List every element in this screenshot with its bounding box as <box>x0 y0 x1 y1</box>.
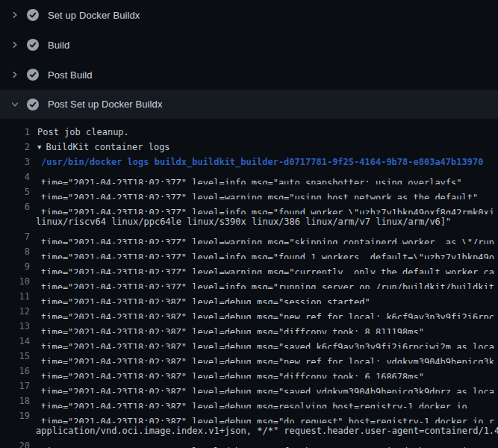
log-line: 15time="2021-04-23T18:02:38Z" level=debu… <box>0 349 498 364</box>
line-number[interactable]: 19 <box>0 408 30 423</box>
line-number[interactable]: 3 <box>0 155 30 169</box>
log-group-header[interactable]: ▼BuildKit container logs <box>30 140 498 155</box>
check-circle-icon <box>27 69 39 81</box>
log-text: time="2021-04-23T18:02:37Z" level=warnin… <box>30 259 498 274</box>
line-number[interactable]: 12 <box>0 304 30 319</box>
step-title: Post Set up Docker Buildx <box>48 99 163 110</box>
log-line: 16time="2021-04-23T18:02:38Z" level=debu… <box>0 364 498 379</box>
log-line: 19time="2021-04-23T18:02:38Z" level=debu… <box>0 408 498 423</box>
log-text: time="2021-04-23T18:02:37Z" level=info m… <box>30 274 498 289</box>
line-number[interactable]: 8 <box>0 244 30 259</box>
log-text: time="2021-04-23T18:02:38Z" level=debug … <box>30 319 498 334</box>
log-text: time="2021-04-23T18:02:38Z" level=debug … <box>30 349 498 364</box>
log-text: time="2021-04-23T18:02:37Z" level=warnin… <box>30 229 498 244</box>
log-line: 11time="2021-04-23T18:02:38Z" level=debu… <box>0 289 498 304</box>
line-number[interactable]: 2 <box>0 140 30 155</box>
triangle-expanded-icon: ▼ <box>37 140 41 155</box>
step-title: Build <box>48 40 69 51</box>
log-wrapped-text: linux/riscv64 linux/ppc64le linux/s390x … <box>30 214 498 229</box>
log-text: time="2021-04-23T18:02:37Z" level=info m… <box>30 244 498 259</box>
log-line: 10time="2021-04-23T18:02:37Z" level=info… <box>0 274 498 289</box>
log-line: 8time="2021-04-23T18:02:37Z" level=info … <box>0 244 498 259</box>
log-text: Post job cleanup. <box>30 125 498 140</box>
line-number <box>0 423 30 438</box>
actions-log-viewer: Set up Docker BuildxBuildPost BuildPost … <box>0 0 498 448</box>
line-number[interactable]: 6 <box>0 199 30 214</box>
log-wrapped-text: application/vnd.oci.image.index.v1+json,… <box>30 423 498 438</box>
log-text: time="2021-04-23T18:02:37Z" level=info m… <box>30 199 498 214</box>
step-header-set-up-docker-buildx[interactable]: Set up Docker Buildx <box>0 0 498 30</box>
step-list: Set up Docker BuildxBuildPost BuildPost … <box>0 0 498 119</box>
chevron-right-icon <box>10 69 20 80</box>
chevron-right-icon <box>10 40 20 50</box>
log-line: 5time="2021-04-23T18:02:37Z" level=warni… <box>0 184 498 199</box>
log-text: time="2021-04-23T18:02:37Z" level=info m… <box>30 169 498 184</box>
step-header-build[interactable]: Build <box>0 30 498 60</box>
step-header-post-build[interactable]: Post Build <box>0 60 498 90</box>
log-line: 18time="2021-04-23T18:02:38Z" level=debu… <box>0 393 498 408</box>
log-line: 3/usr/bin/docker logs buildx_buildkit_bu… <box>0 155 498 169</box>
log-text: time="2021-04-23T18:02:37Z" level=warnin… <box>30 184 498 199</box>
check-circle-icon <box>27 9 39 21</box>
log-text: time="2021-04-23T18:02:38Z" level=debug … <box>30 289 498 304</box>
log-text: time="2021-04-23T18:02:38Z" level=debug … <box>30 408 498 423</box>
log-command-text: /usr/bin/docker logs buildx_buildkit_bui… <box>30 155 498 169</box>
log-line: 17time="2021-04-23T18:02:38Z" level=debu… <box>0 379 498 393</box>
log-text: time="2021-04-23T18:02:38Z" level=debug … <box>30 334 498 349</box>
log-line: 7time="2021-04-23T18:02:37Z" level=warni… <box>0 229 498 244</box>
log-line: 12time="2021-04-23T18:02:38Z" level=debu… <box>0 304 498 319</box>
log-text: time="2021-04-23T18:02:38Z" level=debug … <box>30 393 498 408</box>
line-number[interactable]: 17 <box>0 379 30 393</box>
chevron-down-icon <box>10 99 20 110</box>
line-number[interactable]: 13 <box>0 319 30 334</box>
log-text: time="2021-04-23T18:02:38Z" level=debug … <box>30 379 498 393</box>
log-line: 2▼BuildKit container logs <box>0 140 498 155</box>
log-text: time="2021-04-23T18:02:38Z" level=debug … <box>30 364 498 379</box>
line-number[interactable]: 18 <box>0 393 30 408</box>
chevron-right-icon <box>10 10 20 20</box>
line-number[interactable]: 7 <box>0 229 30 244</box>
group-title: BuildKit container logs <box>46 142 169 152</box>
log-line: 14time="2021-04-23T18:02:38Z" level=debu… <box>0 334 498 349</box>
line-number[interactable]: 5 <box>0 184 30 199</box>
log-line: 4time="2021-04-23T18:02:37Z" level=info … <box>0 169 498 184</box>
log-line: 9time="2021-04-23T18:02:37Z" level=warni… <box>0 259 498 274</box>
log-text: time="2021-04-23T18:02:38Z" level=debug … <box>30 304 498 319</box>
step-title: Set up Docker Buildx <box>48 10 140 21</box>
log-output: 1Post job cleanup.2▼BuildKit container l… <box>0 119 498 448</box>
check-circle-icon <box>27 99 39 111</box>
check-circle-icon <box>27 39 39 51</box>
log-line: 6time="2021-04-23T18:02:37Z" level=info … <box>0 199 498 214</box>
line-number[interactable]: 11 <box>0 289 30 304</box>
log-line: 13time="2021-04-23T18:02:38Z" level=debu… <box>0 319 498 334</box>
line-number[interactable]: 4 <box>0 169 30 184</box>
step-title: Post Build <box>48 69 93 81</box>
step-header-post-set-up-docker-buildx[interactable]: Post Set up Docker Buildx <box>0 90 498 119</box>
log-line: linux/riscv64 linux/ppc64le linux/s390x … <box>0 214 498 229</box>
log-text: time="2021-04-23T18:02:38Z" level=debug … <box>30 438 498 448</box>
line-number[interactable]: 15 <box>0 349 30 364</box>
line-number[interactable]: 14 <box>0 334 30 349</box>
log-line: 20time="2021-04-23T18:02:38Z" level=debu… <box>0 438 498 448</box>
line-number[interactable]: 9 <box>0 259 30 274</box>
log-line: application/vnd.oci.image.index.v1+json,… <box>0 423 498 438</box>
line-number[interactable]: 10 <box>0 274 30 289</box>
line-number[interactable]: 1 <box>0 125 30 140</box>
line-number[interactable]: 20 <box>0 438 30 448</box>
line-number[interactable]: 16 <box>0 364 30 379</box>
log-line: 1Post job cleanup. <box>0 125 498 140</box>
line-number <box>0 214 30 229</box>
